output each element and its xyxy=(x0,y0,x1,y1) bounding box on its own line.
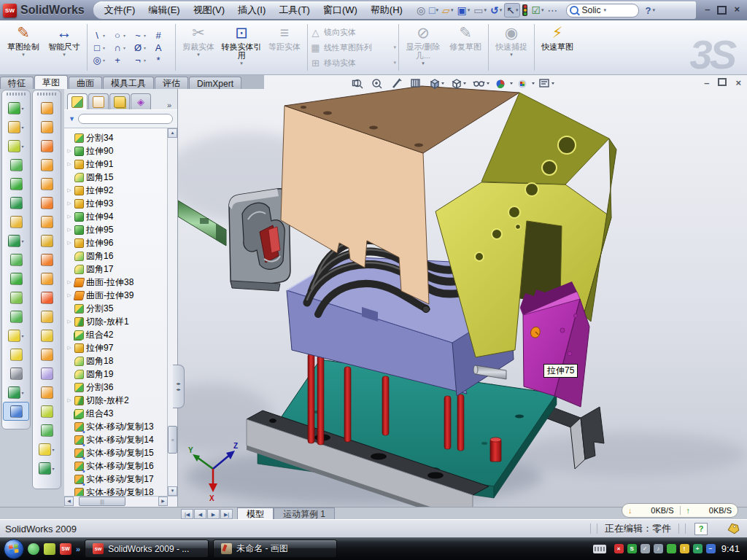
curve-dropdown-icon[interactable]: ▾ xyxy=(52,466,54,471)
menu-item[interactable]: 视图(V) xyxy=(187,2,231,18)
chamfer-button[interactable] xyxy=(3,193,29,212)
sketch-entity-button[interactable]: ◎▾ xyxy=(91,55,110,66)
tab-草图[interactable]: 草图 xyxy=(34,75,68,89)
tree-item[interactable]: ▷切除-放样2 xyxy=(64,394,167,407)
entity-dropdown-icon[interactable]: ▾ xyxy=(144,45,146,50)
tree-item[interactable]: ▷拉伸91 xyxy=(64,158,167,171)
tree-item[interactable]: ▷拉伸95 xyxy=(64,223,167,236)
apply-scene-button[interactable] xyxy=(519,80,535,88)
tree-item[interactable]: 分割34 xyxy=(64,131,167,144)
smart-dimension-button[interactable]: ↔ 智能尺寸 ▾ xyxy=(44,22,85,73)
tab-nav-button[interactable]: |◀ xyxy=(181,509,193,519)
extruded-cut-dropdown-icon[interactable]: ▾ xyxy=(21,125,23,130)
sketch-entity-button[interactable]: ¬▾ xyxy=(132,55,151,66)
offset-entities-button[interactable]: ≡ 等距实体 xyxy=(264,22,305,73)
print-dropdown-icon[interactable]: ▾ xyxy=(484,7,487,13)
sketch-dropdown-icon[interactable]: ▾ xyxy=(22,52,25,58)
save-dropdown-icon[interactable]: ▾ xyxy=(468,7,471,13)
entity-dropdown-icon[interactable]: ▾ xyxy=(123,33,125,38)
help-icon[interactable]: ? xyxy=(645,5,651,16)
part-stop-pin[interactable] xyxy=(490,438,501,462)
doc-restore-button[interactable] xyxy=(718,78,727,88)
print-button[interactable]: ▭▾ xyxy=(472,4,488,17)
trim-dropdown-icon[interactable]: ▾ xyxy=(197,52,200,58)
tree-item[interactable]: 圆角17 xyxy=(64,262,167,276)
display-style-button[interactable] xyxy=(453,79,466,88)
split-body-button[interactable] xyxy=(3,288,29,307)
fillet-button[interactable]: ▾ xyxy=(3,136,29,155)
entity-dropdown-icon[interactable]: ▾ xyxy=(123,45,125,50)
convert-entities-button[interactable]: ⊡ 转换实体引用 ▾ xyxy=(219,22,264,73)
tab-特征[interactable]: 特征 xyxy=(0,77,34,89)
help-dropdown-icon[interactable]: ▾ xyxy=(652,7,655,13)
panel-splitter-handle[interactable]: ◂▸◂▸ xyxy=(173,365,185,408)
tree-item[interactable]: 分割36 xyxy=(64,381,167,394)
sketch-entity-button[interactable]: A xyxy=(152,42,171,53)
configurationmanager-tab[interactable] xyxy=(109,93,130,109)
doc-close-button[interactable]: × xyxy=(735,78,741,88)
doc-tab-运动算例 1[interactable]: 运动算例 1 xyxy=(274,508,335,520)
quick-snaps-button[interactable]: ◉ 快速捕捉 ▾ xyxy=(491,22,532,73)
edit-appearance-button[interactable] xyxy=(497,80,514,89)
linear-sketch-pattern-button[interactable]: ▦ 线性草图阵列 ▾ xyxy=(310,40,396,55)
doc-tab-模型[interactable]: 模型 xyxy=(237,508,274,520)
filter-input[interactable] xyxy=(78,114,173,124)
part-slide-block[interactable] xyxy=(520,281,589,407)
toolbar-grip[interactable] xyxy=(37,93,56,96)
keyboard-layout-icon[interactable] xyxy=(593,545,606,553)
sketch-draw-button[interactable]: ✎ 草图绘制 ▾ xyxy=(3,22,44,73)
sketch-entity-button[interactable]: + xyxy=(112,55,131,66)
hole-wizard-button[interactable] xyxy=(3,212,29,231)
repair-sketch-button[interactable]: ✎ 修复草图 xyxy=(445,22,486,73)
sketch-entity-button[interactable]: ○▾ xyxy=(112,30,131,41)
reference-geometry-button[interactable]: ▾ xyxy=(34,440,60,459)
curve-dropdown-icon[interactable]: ▾ xyxy=(21,390,23,395)
linear-pattern-dropdown-icon[interactable]: ▾ xyxy=(21,238,23,244)
tab-评估[interactable]: 评估 xyxy=(155,77,188,89)
untrim-surface-button[interactable] xyxy=(34,345,60,364)
sketch-entity-button[interactable]: \▾ xyxy=(91,30,110,41)
open-file-dropdown-icon[interactable]: ▾ xyxy=(451,7,454,13)
tree-item[interactable]: 组合42 xyxy=(64,328,167,341)
graphics-area[interactable]: Y Z X xyxy=(178,75,747,507)
boundary-surface-button[interactable] xyxy=(34,136,60,155)
curve-button[interactable]: ▾ xyxy=(3,383,29,402)
tree-item[interactable]: 实体-移动/复制13 xyxy=(64,420,167,433)
expand-arrow-icon[interactable]: ▷ xyxy=(66,292,72,298)
sync-client-icon[interactable]: − xyxy=(706,544,716,553)
move-copy-body-button[interactable] xyxy=(3,307,29,326)
linear-pattern-button[interactable]: ▾ xyxy=(3,231,29,250)
select-dropdown-icon[interactable]: ▾ xyxy=(516,7,519,13)
system-warning-icon[interactable]: ! xyxy=(680,544,689,553)
extruded-boss-dropdown-icon[interactable]: ▾ xyxy=(21,106,23,111)
scroll-down-button[interactable]: ▼ xyxy=(168,486,177,496)
tree-item[interactable]: 实体-移动/复制18 xyxy=(64,486,167,496)
entity-dropdown-icon[interactable]: ▾ xyxy=(144,33,146,38)
reference-geometry-dropdown-icon[interactable]: ▾ xyxy=(21,333,23,338)
tree-item[interactable]: 圆角15 xyxy=(64,171,167,184)
expand-arrow-icon[interactable]: ▷ xyxy=(66,148,72,154)
linear-pattern-dropdown-icon[interactable]: ▾ xyxy=(393,44,396,50)
zoom-area-button[interactable] xyxy=(373,79,382,88)
entity-dropdown-icon[interactable]: ▾ xyxy=(144,58,146,63)
certificate-badge-icon[interactable]: ✓ xyxy=(640,544,650,553)
delete-face-button[interactable] xyxy=(34,288,60,307)
rapid-sketch-button[interactable]: ⚡ 快速草图 xyxy=(537,22,578,73)
quick-snaps-dropdown-icon[interactable]: ▾ xyxy=(510,52,513,58)
tree-item[interactable]: ▷曲面-拉伸39 xyxy=(64,289,167,302)
tree-item[interactable]: 圆角18 xyxy=(64,354,167,368)
featuremanager-tab[interactable] xyxy=(67,93,88,109)
quick-launch-overflow-icon[interactable]: » xyxy=(76,545,80,553)
tree-item[interactable]: 实体-移动/复制17 xyxy=(64,472,167,486)
security-center-icon[interactable]: S xyxy=(627,544,637,553)
curve-button[interactable]: ▾ xyxy=(34,459,60,478)
extend-surface-button[interactable] xyxy=(34,231,60,250)
start-button[interactable] xyxy=(3,538,25,560)
menu-item[interactable]: 编辑(E) xyxy=(142,2,186,18)
doc-minimize-button[interactable]: – xyxy=(704,78,709,88)
tab-nav-button[interactable]: ▶| xyxy=(220,509,233,519)
extruded-boss-button[interactable]: ▾ xyxy=(3,98,29,117)
task-button[interactable]: SWSolidWorks 2009 - ... xyxy=(85,540,209,558)
scroll-up-button[interactable]: ▲ xyxy=(168,128,177,138)
tree-horizontal-scrollbar[interactable]: ◀ ||| ▶ xyxy=(64,496,177,507)
